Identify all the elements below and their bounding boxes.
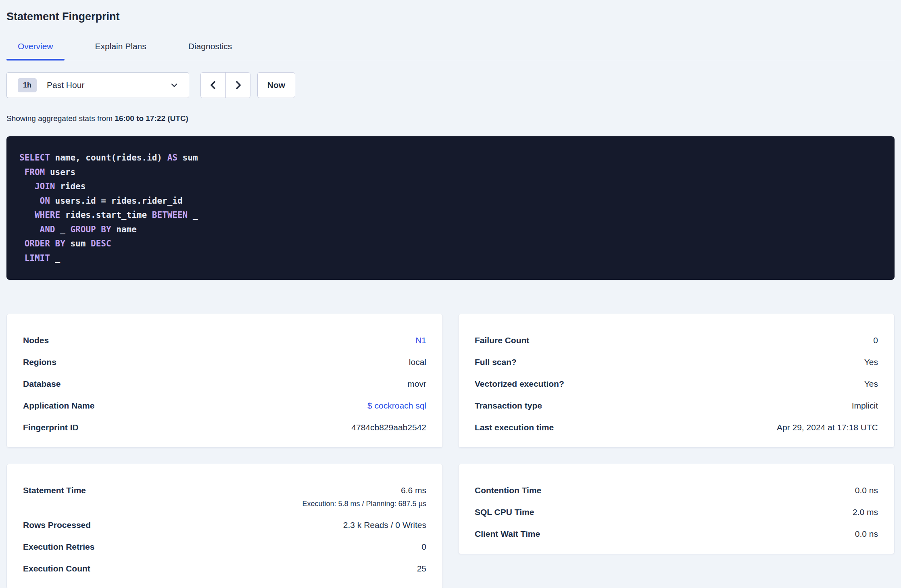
chevron-left-icon — [208, 79, 219, 91]
stat-label: Statement Time — [23, 485, 86, 496]
stat-row: Transaction typeImplicit — [475, 400, 878, 411]
stat-row: Full scan?Yes — [475, 357, 878, 367]
stat-row: Contention Time0.0 ns — [475, 485, 878, 496]
stat-label: Last execution time — [475, 422, 554, 433]
wait-time-card: Contention Time0.0 nsSQL CPU Time2.0 msC… — [458, 464, 895, 554]
stat-row: Execution Count25 — [23, 563, 426, 574]
stat-value: 2.0 ms — [853, 507, 878, 517]
stat-subvalue: Execution: 5.8 ms / Planning: 687.5 µs — [302, 499, 426, 509]
stat-value: 0.0 ns — [855, 486, 878, 495]
sql-line: SELECT name, count(rides.id) AS sum — [19, 151, 882, 165]
stat-value-group: Implicit — [852, 400, 878, 411]
stat-label: Transaction type — [475, 400, 542, 411]
stat-value-group: 4784cb829aab2542 — [351, 422, 426, 433]
stat-value-group: 2.3 k Reads / 0 Writes — [343, 520, 426, 530]
stat-value: 2.3 k Reads / 0 Writes — [343, 520, 426, 530]
stat-value: 0 — [873, 336, 878, 345]
caption-prefix: Showing aggregated stats from — [6, 114, 115, 123]
stat-link[interactable]: $ cockroach sql — [367, 401, 426, 410]
stat-value-group: 2.0 ms — [853, 507, 878, 517]
next-time-button[interactable] — [225, 73, 250, 98]
stat-label: Database — [23, 379, 60, 389]
stat-value-group: N1 — [415, 335, 426, 346]
tab-diagnostics[interactable]: Diagnostics — [177, 41, 244, 60]
stat-value: Apr 29, 2024 at 17:18 UTC — [777, 423, 878, 432]
stat-label: Execution Retries — [23, 542, 94, 552]
stat-value: 0.0 ns — [855, 529, 878, 538]
chevron-down-icon — [169, 80, 179, 90]
stat-value-group: 0.0 ns — [855, 529, 878, 539]
stat-row: Statement Time6.6 msExecution: 5.8 ms / … — [23, 485, 426, 509]
stat-label: SQL CPU Time — [475, 507, 534, 517]
tab-explain-plans[interactable]: Explain Plans — [84, 41, 158, 60]
stat-row: Client Wait Time0.0 ns — [475, 529, 878, 539]
stat-value: Yes — [864, 379, 878, 388]
stat-value: local — [409, 357, 426, 367]
stat-row: SQL CPU Time2.0 ms — [475, 507, 878, 517]
sql-line: FROM users — [19, 165, 882, 180]
stat-label: Fingerprint ID — [23, 422, 79, 433]
stat-label: Vectorized execution? — [475, 379, 564, 389]
sql-line: ORDER BY sum DESC — [19, 237, 882, 251]
timing-cards-row: Statement Time6.6 msExecution: 5.8 ms / … — [6, 464, 895, 588]
stat-value-group: 0 — [421, 542, 426, 552]
time-range-label: Past Hour — [47, 80, 169, 90]
stat-label: Client Wait Time — [475, 529, 540, 539]
stat-row: Application Name$ cockroach sql — [23, 400, 426, 411]
stat-row: Last execution timeApr 29, 2024 at 17:18… — [475, 422, 878, 433]
tab-overview[interactable]: Overview — [6, 41, 65, 60]
sql-line: LIMIT _ — [19, 251, 882, 266]
sql-statement-box: SELECT name, count(rides.id) AS sum FROM… — [6, 136, 895, 280]
stat-value-group: Yes — [864, 357, 878, 367]
stat-row: Failure Count0 — [475, 335, 878, 346]
aggregated-stats-caption: Showing aggregated stats from 16:00 to 1… — [6, 114, 895, 123]
statement-fingerprint-page: Statement Fingerprint Overview Explain P… — [0, 10, 901, 588]
stat-label: Contention Time — [475, 485, 541, 496]
stat-row: Databasemovr — [23, 379, 426, 389]
time-picker-row: 1h Past Hour Now — [6, 72, 895, 98]
sql-line: JOIN rides — [19, 179, 882, 194]
stat-value: 25 — [417, 564, 426, 573]
now-button[interactable]: Now — [257, 72, 295, 98]
time-range-dropdown[interactable]: 1h Past Hour — [6, 72, 189, 98]
statement-time-card: Statement Time6.6 msExecution: 5.8 ms / … — [6, 464, 443, 588]
stat-value-group: 0 — [873, 335, 878, 346]
stat-label: Execution Count — [23, 563, 90, 574]
stat-value-group: $ cockroach sql — [367, 400, 426, 411]
stat-label: Application Name — [23, 400, 94, 411]
stat-row: Vectorized execution?Yes — [475, 379, 878, 389]
stat-link[interactable]: N1 — [415, 336, 426, 345]
stat-value-group: local — [409, 357, 426, 367]
stat-value-group: 0.0 ns — [855, 485, 878, 496]
stat-value-group: Apr 29, 2024 at 17:18 UTC — [777, 422, 878, 433]
execution-attributes-card: Failure Count0Full scan?YesVectorized ex… — [458, 314, 895, 448]
stat-value-group: 25 — [417, 563, 426, 574]
stat-label: Failure Count — [475, 335, 529, 346]
stat-row: Regionslocal — [23, 357, 426, 367]
stat-value-group: movr — [407, 379, 426, 389]
stat-value-group: 6.6 msExecution: 5.8 ms / Planning: 687.… — [302, 485, 426, 509]
stat-value: movr — [407, 379, 426, 388]
time-range-badge: 1h — [18, 78, 37, 92]
statement-details-card: NodesN1RegionslocalDatabasemovrApplicati… — [6, 314, 443, 448]
stat-value-group: Yes — [864, 379, 878, 389]
stat-value: Yes — [864, 357, 878, 367]
time-pager — [200, 72, 250, 98]
stat-row: Execution Retries0 — [23, 542, 426, 552]
stat-row: Rows Processed2.3 k Reads / 0 Writes — [23, 520, 426, 530]
caption-time-range: 16:00 to 17:22 (UTC) — [115, 114, 188, 123]
sql-line: ON users.id = rides.rider_id — [19, 194, 882, 209]
chevron-right-icon — [232, 79, 244, 91]
stat-row: Fingerprint ID4784cb829aab2542 — [23, 422, 426, 433]
previous-time-button[interactable] — [201, 73, 225, 98]
stat-row: NodesN1 — [23, 335, 426, 346]
stat-label: Full scan? — [475, 357, 517, 367]
sql-line: AND _ GROUP BY name — [19, 223, 882, 237]
sql-line: WHERE rides.start_time BETWEEN _ — [19, 208, 882, 223]
page-title: Statement Fingerprint — [6, 10, 895, 23]
stat-value: 4784cb829aab2542 — [351, 423, 426, 432]
overview-cards-row: NodesN1RegionslocalDatabasemovrApplicati… — [6, 314, 895, 448]
stat-value: 0 — [421, 542, 426, 551]
stat-label: Nodes — [23, 335, 49, 346]
stat-value: Implicit — [852, 401, 878, 410]
